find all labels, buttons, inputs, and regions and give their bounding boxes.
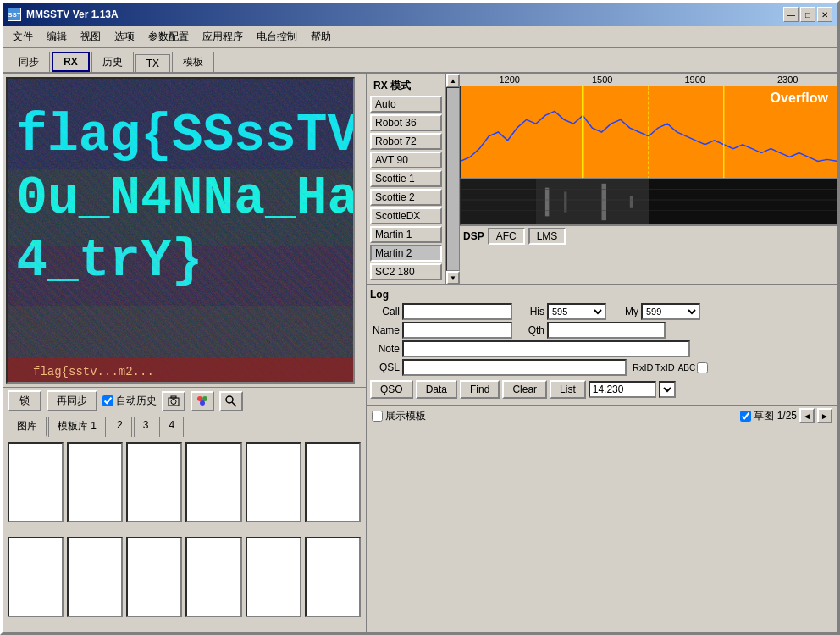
qth-input[interactable] bbox=[547, 322, 666, 339]
template-cell-11[interactable] bbox=[246, 537, 301, 617]
template-cell-10[interactable] bbox=[185, 537, 241, 617]
menu-bar: 文件编辑视图选项参数配置应用程序电台控制帮助 bbox=[3, 26, 837, 48]
status-right: 草图 1/25 ◄ ► bbox=[740, 408, 832, 423]
sstv-image-svg: flag{sstv...m2... bbox=[8, 79, 353, 382]
template-cell-4[interactable] bbox=[185, 442, 241, 522]
freq-label-2300: 2300 bbox=[777, 75, 798, 85]
minimize-button[interactable]: — bbox=[783, 7, 799, 22]
scroll-track[interactable] bbox=[446, 87, 460, 271]
freq-select[interactable]: ▼ bbox=[659, 381, 676, 398]
qso-button[interactable]: QSO bbox=[370, 380, 413, 399]
menu-item-选项[interactable]: 选项 bbox=[108, 28, 141, 46]
content-area: flag{sstv...m2... 锁 再同步 自动历史 bbox=[3, 74, 837, 632]
mode-scottiedx[interactable]: ScottieDX bbox=[370, 207, 442, 224]
svg-line-16 bbox=[232, 402, 236, 406]
prev-page-button[interactable]: ◄ bbox=[799, 408, 815, 423]
mode-martin2[interactable]: Martin 2 bbox=[370, 245, 442, 262]
call-input[interactable] bbox=[402, 303, 512, 320]
his-select[interactable]: 595 599 579 bbox=[547, 303, 606, 320]
txid-checkbox[interactable] bbox=[697, 362, 708, 373]
data-button[interactable]: Data bbox=[416, 380, 457, 399]
lms-button[interactable]: LMS bbox=[528, 228, 566, 245]
show-template-checkbox[interactable] bbox=[372, 411, 383, 422]
find-button[interactable]: Find bbox=[460, 380, 500, 399]
note-input[interactable] bbox=[402, 340, 690, 357]
clear-button[interactable]: Clear bbox=[502, 380, 547, 399]
qsl-input[interactable] bbox=[402, 359, 627, 376]
template-cell-7[interactable] bbox=[8, 537, 64, 617]
log-buttons-row: QSO Data Find Clear List ▼ bbox=[370, 378, 834, 401]
mode-robot72[interactable]: Robot 72 bbox=[370, 133, 442, 150]
mode-sc2180[interactable]: SC2 180 bbox=[370, 263, 442, 280]
svg-rect-25 bbox=[545, 188, 549, 217]
my-select[interactable]: 599 595 bbox=[641, 303, 700, 320]
scroll-up-button[interactable]: ▲ bbox=[446, 74, 460, 87]
page-nav: 1/25 ◄ ► bbox=[777, 408, 832, 423]
template-cell-3[interactable] bbox=[126, 442, 182, 522]
draft-checkbox[interactable] bbox=[740, 411, 751, 422]
menu-item-视图[interactable]: 视图 bbox=[74, 28, 108, 46]
freq-input[interactable] bbox=[589, 381, 656, 398]
menu-item-电台控制[interactable]: 电台控制 bbox=[250, 28, 304, 46]
auto-history-checkbox[interactable] bbox=[102, 395, 113, 406]
lock-button[interactable]: 锁 bbox=[8, 390, 41, 411]
template-cell-2[interactable] bbox=[67, 442, 123, 522]
snapshot-button[interactable] bbox=[162, 391, 185, 411]
show-template-label[interactable]: 展示模板 bbox=[372, 409, 426, 423]
title-bar-controls: — □ ✕ bbox=[783, 7, 832, 22]
mode-robot36[interactable]: Robot 36 bbox=[370, 114, 442, 131]
resync-button[interactable]: 再同步 bbox=[47, 390, 97, 411]
menu-item-文件[interactable]: 文件 bbox=[6, 28, 40, 46]
dsp-title: DSP bbox=[463, 230, 484, 242]
menu-item-编辑[interactable]: 编辑 bbox=[40, 28, 74, 46]
bottom-tab-2[interactable]: 2 bbox=[108, 417, 132, 437]
list-button[interactable]: List bbox=[550, 380, 586, 399]
scroll-down-button[interactable]: ▼ bbox=[446, 271, 460, 284]
rx-top-section: RX 模式 Auto Robot 36 Robot 72 AVT 90 Scot… bbox=[367, 74, 837, 284]
name-label: Name bbox=[370, 324, 400, 336]
template-grid bbox=[3, 437, 366, 632]
template-cell-5[interactable] bbox=[246, 442, 301, 522]
template-cell-1[interactable] bbox=[8, 442, 64, 522]
mode-avt90[interactable]: AVT 90 bbox=[370, 152, 442, 168]
bottom-tab-bar: 图库 模板库 1 2 3 4 bbox=[3, 414, 366, 437]
mode-martin1[interactable]: Martin 1 bbox=[370, 226, 442, 243]
auto-history-label[interactable]: 自动历史 bbox=[102, 394, 157, 408]
log-qsl-row: QSL RxID TxID ABC bbox=[370, 359, 834, 376]
bottom-tab-gallery[interactable]: 图库 bbox=[8, 417, 47, 437]
search-icon bbox=[225, 395, 237, 407]
maximize-button[interactable]: □ bbox=[800, 7, 815, 22]
call-label: Call bbox=[370, 306, 400, 318]
template-cell-12[interactable] bbox=[305, 537, 361, 617]
menu-item-应用程序[interactable]: 应用程序 bbox=[196, 28, 250, 46]
freq-label-1900: 1900 bbox=[685, 75, 705, 85]
name-input[interactable] bbox=[402, 322, 512, 339]
search-button[interactable] bbox=[219, 391, 243, 411]
tab-tx[interactable]: TX bbox=[135, 54, 170, 72]
next-page-button[interactable]: ► bbox=[817, 408, 832, 423]
menu-item-帮助[interactable]: 帮助 bbox=[304, 28, 338, 46]
tab-history[interactable]: 历史 bbox=[91, 52, 134, 72]
overflow-text: Overflow bbox=[771, 91, 828, 106]
tab-sync[interactable]: 同步 bbox=[8, 52, 50, 72]
dsp-section: DSP AFC LMS bbox=[460, 225, 837, 246]
template-cell-8[interactable] bbox=[67, 537, 123, 617]
bottom-tab-3[interactable]: 3 bbox=[134, 417, 158, 437]
afc-button[interactable]: AFC bbox=[488, 228, 525, 245]
bottom-tab-4[interactable]: 4 bbox=[159, 417, 184, 437]
svg-rect-28 bbox=[630, 196, 633, 207]
mode-scottie1[interactable]: Scottie 1 bbox=[370, 170, 442, 187]
color-button[interactable] bbox=[191, 391, 214, 411]
tab-template[interactable]: 模板 bbox=[172, 52, 214, 72]
template-cell-9[interactable] bbox=[126, 537, 182, 617]
mode-scottie2[interactable]: Scottie 2 bbox=[370, 189, 442, 206]
title-bar: SST MMSSTV Ver 1.13A — □ ✕ bbox=[3, 3, 837, 26]
bottom-tab-template1[interactable]: 模板库 1 bbox=[48, 417, 106, 437]
template-cell-6[interactable] bbox=[305, 442, 361, 522]
mode-auto[interactable]: Auto bbox=[370, 96, 442, 113]
draft-label[interactable]: 草图 bbox=[740, 409, 774, 423]
tab-rx[interactable]: RX bbox=[52, 52, 90, 72]
menu-item-参数配置[interactable]: 参数配置 bbox=[141, 28, 196, 46]
close-button[interactable]: ✕ bbox=[817, 7, 832, 22]
controls-bar: 锁 再同步 自动历史 bbox=[3, 387, 366, 414]
